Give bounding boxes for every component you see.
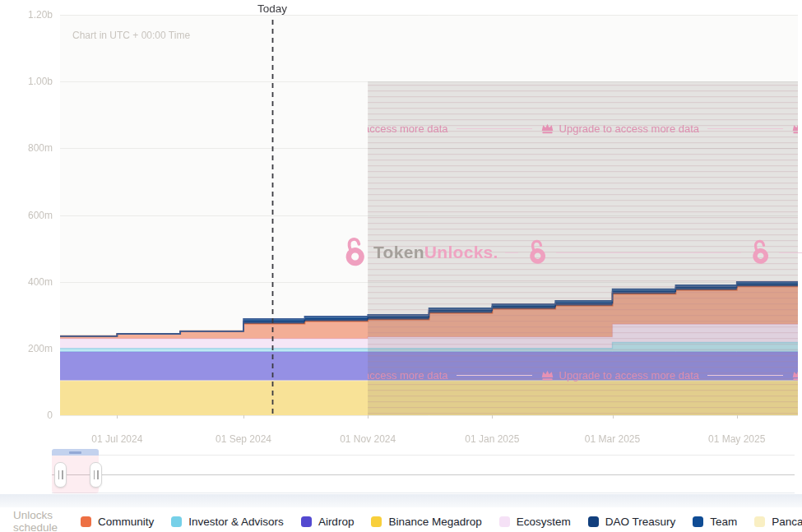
- legend-swatch-icon: [371, 516, 382, 527]
- panel-bottom-edge: [0, 494, 802, 507]
- upgrade-cta[interactable]: Upgrade to access more data: [540, 123, 792, 135]
- crown-icon: [540, 123, 554, 135]
- legend-item-investor-advisors[interactable]: Investor & Advisors: [171, 516, 284, 528]
- legend-swatch-icon: [81, 516, 91, 527]
- upgrade-cta-text: Upgrade to access more data: [368, 123, 448, 135]
- x-axis-tick-label: 01 Nov 2024: [327, 433, 409, 445]
- legend-item-airdrop[interactable]: Airdrop: [301, 516, 355, 528]
- token-unlocks-page: Today Chart in UTC + 00:00 Time 0200m400…: [0, 0, 802, 532]
- upgrade-cta-text: Upgrade to access more data: [559, 123, 700, 135]
- legend-item-community[interactable]: Community: [81, 516, 154, 528]
- legend-item-label: Pancakeswap IFO: [772, 516, 802, 528]
- y-axis-tick-label: 1.00b: [2, 76, 53, 87]
- x-axis-tick-label: 01 Jul 2024: [76, 433, 158, 445]
- open-lock-icon: [523, 238, 551, 267]
- upgrade-cta[interactable]: Upgrade to access more data: [791, 123, 798, 135]
- legend-item-label: Airdrop: [318, 516, 355, 528]
- x-axis-tick-label: 01 Jan 2025: [451, 433, 533, 445]
- y-axis-tick-label: 800m: [2, 142, 53, 154]
- legend-title: Unlocks schedule: [13, 509, 58, 532]
- upgrade-cta-text: Upgrade to access more data: [559, 369, 700, 382]
- legend-swatch-icon: [301, 516, 312, 527]
- crown-icon: [791, 123, 798, 135]
- legend-item-label: Community: [98, 516, 154, 528]
- legend-item-label: Ecosystem: [517, 516, 571, 528]
- navigator-drag-bar[interactable]: [52, 449, 99, 456]
- upgrade-dash-line: [707, 128, 783, 129]
- x-axis-tick-label: 01 Mar 2025: [572, 433, 654, 445]
- legend-swatch-icon: [171, 516, 182, 527]
- legend-items: CommunityInvestor & AdvisorsAirdropBinan…: [81, 516, 802, 528]
- legend-swatch-icon: [588, 516, 599, 527]
- y-axis-tick-label: 0: [2, 409, 53, 421]
- upgrade-dash-line: [457, 375, 532, 376]
- watermark-unlocks-text: Unlocks.: [424, 243, 498, 261]
- navigator-track[interactable]: [52, 474, 795, 475]
- upgrade-row-bottom: Upgrade to access more dataUpgrade to ac…: [368, 367, 798, 383]
- upgrade-cta[interactable]: Upgrade to access more data: [368, 123, 540, 135]
- legend-item-team[interactable]: Team: [693, 516, 737, 528]
- legend-item-ecosystem[interactable]: Ecosystem: [499, 516, 571, 528]
- x-axis-tick-label: 01 May 2025: [696, 433, 778, 445]
- legend-item-label: DAO Treasury: [605, 516, 676, 528]
- watermark-row: TokenUnlocks.: [340, 234, 802, 271]
- watermark-dash-line: [556, 252, 741, 253]
- navigator-handle-right[interactable]: [90, 462, 102, 488]
- y-axis-tick-label: 1.20b: [2, 9, 53, 21]
- watermark-token-text: Token: [373, 243, 424, 261]
- crown-icon: [791, 369, 798, 382]
- upgrade-row-top: Upgrade to access more dataUpgrade to ac…: [368, 120, 798, 136]
- y-axis-tick-label: 600m: [2, 210, 53, 221]
- watermark-brand: TokenUnlocks.: [373, 243, 498, 262]
- upgrade-cta[interactable]: Upgrade to access more data: [791, 369, 798, 382]
- upgrade-cta[interactable]: Upgrade to access more data: [368, 369, 540, 382]
- x-axis-tick-label: 01 Sep 2024: [202, 433, 285, 445]
- legend-swatch-icon: [754, 516, 765, 527]
- navigator-handle-left[interactable]: [54, 462, 67, 488]
- legend-item-label: Binance Megadrop: [388, 516, 481, 528]
- watermark-dash-line: [779, 252, 802, 253]
- legend-item-pancakeswap-ifo[interactable]: Pancakeswap IFO: [754, 516, 802, 528]
- legend-item-label: Investor & Advisors: [188, 516, 284, 528]
- watermark-dash-line: [505, 252, 518, 253]
- upgrade-cta[interactable]: Upgrade to access more data: [540, 369, 792, 382]
- upgrade-cta-text: Upgrade to access more data: [368, 369, 448, 382]
- upgrade-dash-line: [457, 128, 532, 129]
- today-marker-label: Today: [243, 2, 301, 15]
- legend-item-binance-megadrop[interactable]: Binance Megadrop: [371, 516, 481, 528]
- open-lock-icon: [746, 238, 774, 267]
- upgrade-dash-line: [707, 375, 783, 376]
- drag-grip-icon: [69, 451, 81, 454]
- legend-item-dao-treasury[interactable]: DAO Treasury: [588, 516, 676, 528]
- crown-icon: [540, 369, 554, 382]
- legend-item-label: Team: [710, 516, 737, 528]
- open-lock-icon: [340, 235, 371, 271]
- chart-legend: Unlocks schedule CommunityInvestor & Adv…: [13, 511, 795, 531]
- legend-swatch-icon: [499, 516, 510, 527]
- y-axis-tick-label: 200m: [2, 343, 53, 354]
- timezone-note: Chart in UTC + 00:00 Time: [72, 30, 190, 41]
- legend-swatch-icon: [693, 516, 703, 527]
- y-axis-tick-label: 400m: [2, 276, 53, 288]
